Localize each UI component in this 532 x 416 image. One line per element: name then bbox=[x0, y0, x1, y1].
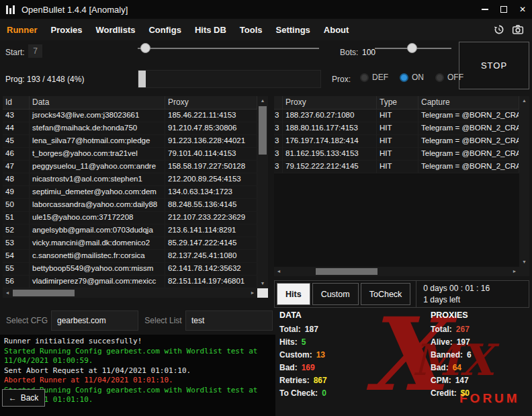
wordlist-grid-row[interactable]: 48nicastrostv1@aol.com:stephen1212.200.8… bbox=[3, 173, 257, 186]
bots-slider[interactable] bbox=[375, 43, 451, 53]
menu-item-configs[interactable]: Configs bbox=[142, 25, 187, 35]
scroll-up-icon[interactable]: ▲ bbox=[519, 96, 529, 106]
scroll-down-icon[interactable]: ▼ bbox=[257, 279, 268, 288]
prox-radio-off[interactable]: OFF bbox=[435, 73, 463, 82]
log-line: Started Running Config gearbest.com with… bbox=[4, 347, 271, 366]
wordlist-grid-row[interactable]: 46t_borges@yahoo.com:tra21vel79.101.40.1… bbox=[3, 148, 257, 161]
scroll-right-icon[interactable]: ► bbox=[248, 288, 257, 298]
hits-grid-hscrollbar[interactable]: ◄ ► bbox=[274, 267, 519, 276]
stat-value: $0 bbox=[461, 388, 470, 398]
stat-value: 64 bbox=[453, 363, 461, 372]
hits-grid-column-header[interactable]: Proxy bbox=[283, 96, 377, 109]
hscroll-thumb[interactable] bbox=[13, 290, 75, 296]
wordlist-grid-vscrollbar[interactable]: ▲ ▼ bbox=[257, 96, 268, 288]
scroll-left-icon[interactable]: ◄ bbox=[274, 267, 283, 276]
wordlist-grid-row[interactable]: 44stefan@maihack.de:honda75091.210.47.85… bbox=[3, 122, 257, 135]
stat-label: Hits: bbox=[279, 337, 298, 347]
tab-custom[interactable]: Custom bbox=[312, 283, 359, 305]
radio-label: OFF bbox=[447, 73, 463, 82]
wordlist-grid-row[interactable]: 55bettyboop5549@yahoo.com:missm62.141.78… bbox=[3, 263, 257, 276]
hits-grid-cell: Telegram = @BORN_2_CRACK bbox=[418, 135, 519, 147]
wordlist-grid-row[interactable]: 54c.sansonetti@mailistec.fr:corsica82.13… bbox=[3, 250, 257, 263]
menu-item-wordlists[interactable]: Wordlists bbox=[89, 25, 142, 35]
vscroll-thumb[interactable] bbox=[259, 106, 267, 155]
config-bar: Select CFG gearbest.com Select List test bbox=[3, 310, 273, 331]
hits-grid-row[interactable]: 3176.197.174.182:414HITTelegram = @BORN_… bbox=[274, 135, 519, 148]
timer: 0 days 00 : 01 : 16 1 days left bbox=[416, 283, 490, 306]
maximize-button[interactable] bbox=[494, 0, 513, 19]
stop-button[interactable]: STOP bbox=[459, 42, 529, 89]
prox-radio-on[interactable]: ON bbox=[400, 73, 424, 82]
hits-grid-cell: Telegram = @BORN_2_CRACK bbox=[418, 148, 519, 160]
scroll-down-icon[interactable]: ▼ bbox=[519, 257, 529, 267]
wordlist-grid-cell: septimiu_demeter@yahoo.com:dem bbox=[30, 186, 165, 198]
slider-track bbox=[138, 48, 319, 49]
hits-grid-body: 3188.237.60.27:1080HITTelegram = @BORN_2… bbox=[274, 110, 519, 267]
start-input[interactable]: 7 bbox=[28, 44, 43, 58]
wordlist-grid-row[interactable]: 52angelsybb@gmail.com:0703dudqja213.6.14… bbox=[3, 224, 257, 237]
hits-grid-row[interactable]: 381.162.195.133:4153HITTelegram = @BORN_… bbox=[274, 148, 519, 161]
openbullet-logo-icon bbox=[6, 5, 15, 14]
wordlist-grid-cell: 51 bbox=[3, 212, 30, 224]
wordlist-grid-cell: laborcassandra@yahoo.com:daily88 bbox=[30, 199, 165, 211]
hits-grid-vscrollbar[interactable]: ▲ ▼ bbox=[519, 96, 529, 267]
wordlist-grid-hscrollbar[interactable]: ◄ ► bbox=[3, 288, 257, 298]
camera-icon[interactable] bbox=[511, 24, 524, 36]
wordlist-grid-column-header[interactable]: Data bbox=[30, 96, 165, 109]
data-panel-title: DATA bbox=[279, 310, 394, 320]
stat-label: CPM: bbox=[431, 376, 451, 385]
wordlist-grid-row[interactable]: 53vicky.mancini@mail.dk:domenico285.29.1… bbox=[3, 237, 257, 250]
prox-label: Prox: bbox=[332, 75, 351, 84]
wordlist-grid-column-header[interactable]: Id bbox=[3, 96, 30, 109]
history-icon[interactable] bbox=[492, 24, 505, 36]
stat-value: 169 bbox=[302, 363, 315, 372]
menu-item-proxies[interactable]: Proxies bbox=[44, 25, 89, 35]
wordlist-grid-row[interactable]: 47peggysuelou_11@yahoo.com:andre158.58.1… bbox=[3, 161, 257, 173]
stat-value: 6 bbox=[467, 350, 472, 360]
openbullet-window: OpenBullet 1.4.4 [Anomaly] ✕ RunnerProxi… bbox=[0, 0, 532, 416]
close-button[interactable]: ✕ bbox=[513, 0, 532, 19]
hits-grid-column-header[interactable]: Type bbox=[377, 96, 418, 109]
scroll-right-icon[interactable]: ► bbox=[510, 267, 519, 276]
wordlist-grid-row[interactable]: 45lena_silva77@hotmail.com:pledge91.223.… bbox=[3, 135, 257, 148]
select-list-button[interactable]: Select List bbox=[141, 310, 185, 331]
prox-radio-def[interactable]: DEF bbox=[360, 73, 388, 82]
wordlist-grid: IdDataProxy 43jsrocks43@live.com:j380236… bbox=[3, 96, 268, 298]
scroll-left-icon[interactable]: ◄ bbox=[3, 288, 12, 298]
wordlist-grid-row[interactable]: 43jsrocks43@live.com:j38023661185.46.221… bbox=[3, 110, 257, 122]
stat-label: To Check: bbox=[279, 388, 318, 398]
config-name-field[interactable]: gearbest.com bbox=[51, 310, 138, 331]
wordlist-grid-row[interactable]: 50laborcassandra@yahoo.com:daily8888.248… bbox=[3, 199, 257, 212]
log-line: Sent Abort Request at 11/04/2021 01:01:1… bbox=[4, 366, 271, 376]
hits-grid-row[interactable]: 3188.237.60.27:1080HITTelegram = @BORN_2… bbox=[274, 110, 519, 122]
start-slider[interactable] bbox=[138, 43, 319, 53]
menu-item-hits-db[interactable]: Hits DB bbox=[188, 25, 233, 35]
wordlist-grid-row[interactable]: 51ule15@yahoo.com:37172208212.107.233.22… bbox=[3, 212, 257, 224]
tab-hits[interactable]: Hits bbox=[277, 283, 310, 305]
stat-label: Total: bbox=[279, 325, 301, 334]
back-button[interactable]: ← Back bbox=[2, 389, 45, 407]
hits-grid-column-header[interactable]: Capture bbox=[418, 96, 519, 109]
wordlist-grid-cell: 46 bbox=[3, 148, 30, 160]
wordlist-grid-row[interactable]: 56vladimirperez79@gmail.com:mexicc82.151… bbox=[3, 276, 257, 288]
bots-slider-thumb[interactable] bbox=[407, 43, 417, 53]
menu-item-tools[interactable]: Tools bbox=[233, 25, 269, 35]
start-slider-thumb[interactable] bbox=[140, 43, 150, 53]
wordlist-grid-cell: 212.107.233.222:3629 bbox=[165, 212, 257, 224]
menu-item-settings[interactable]: Settings bbox=[269, 25, 317, 35]
menu-item-runner[interactable]: Runner bbox=[0, 25, 44, 35]
hits-grid-row[interactable]: 379.152.222.212:4145HITTelegram = @BORN_… bbox=[274, 161, 519, 173]
minimize-button[interactable] bbox=[476, 0, 494, 19]
wordlist-grid-row[interactable]: 49septimiu_demeter@yahoo.com:dem134.0.63… bbox=[3, 186, 257, 199]
wordlist-name-field[interactable]: test bbox=[185, 310, 273, 331]
menu-item-about[interactable]: About bbox=[317, 25, 356, 35]
hits-grid-column-header[interactable] bbox=[274, 96, 283, 109]
select-cfg-button[interactable]: Select CFG bbox=[3, 310, 51, 331]
proxies-stats-panel: PROXIES Total:267Alive:197Banned:6Bad:64… bbox=[431, 310, 531, 401]
hits-grid-row[interactable]: 3188.80.116.177:4153HITTelegram = @BORN_… bbox=[274, 122, 519, 135]
scroll-up-icon[interactable]: ▲ bbox=[257, 96, 268, 106]
progress-bar bbox=[138, 70, 321, 88]
wordlist-grid-column-header[interactable]: Proxy bbox=[165, 96, 257, 109]
tab-tocheck[interactable]: ToCheck bbox=[361, 283, 411, 305]
hscroll-thumb[interactable] bbox=[316, 268, 378, 275]
